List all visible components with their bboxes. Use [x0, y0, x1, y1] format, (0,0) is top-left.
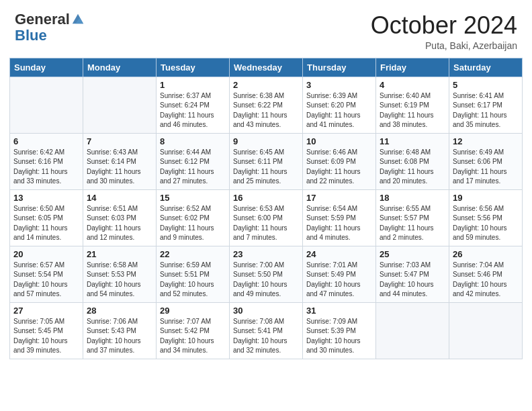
calendar-cell: 4Sunrise: 6:40 AMSunset: 6:19 PMDaylight…: [376, 77, 449, 133]
calendar-cell: 23Sunrise: 7:00 AMSunset: 5:50 PMDayligh…: [230, 246, 303, 302]
col-header-friday: Friday: [376, 58, 449, 77]
calendar-cell: 15Sunrise: 6:52 AMSunset: 6:02 PMDayligh…: [157, 189, 230, 246]
day-detail: Sunrise: 6:40 AMSunset: 6:19 PMDaylight:…: [380, 91, 445, 130]
day-detail: Sunrise: 6:52 AMSunset: 6:02 PMDaylight:…: [160, 204, 226, 243]
day-detail: Sunrise: 6:57 AMSunset: 5:54 PMDaylight:…: [13, 261, 79, 300]
day-detail: Sunrise: 7:07 AMSunset: 5:42 PMDaylight:…: [160, 317, 226, 356]
week-row-3: 20Sunrise: 6:57 AMSunset: 5:54 PMDayligh…: [10, 246, 523, 302]
calendar-cell: 9Sunrise: 6:45 AMSunset: 6:11 PMDaylight…: [230, 133, 303, 189]
calendar-cell: 11Sunrise: 6:48 AMSunset: 6:08 PMDayligh…: [376, 133, 449, 189]
day-number: 7: [87, 136, 152, 146]
day-detail: Sunrise: 6:56 AMSunset: 5:56 PMDaylight:…: [453, 204, 519, 243]
day-detail: Sunrise: 6:54 AMSunset: 5:59 PMDaylight:…: [306, 204, 372, 243]
calendar-cell: 28Sunrise: 7:06 AMSunset: 5:43 PMDayligh…: [83, 302, 157, 359]
day-number: 8: [160, 136, 226, 146]
calendar-cell: 14Sunrise: 6:51 AMSunset: 6:03 PMDayligh…: [83, 189, 157, 246]
day-detail: Sunrise: 6:43 AMSunset: 6:14 PMDaylight:…: [87, 148, 152, 187]
col-header-wednesday: Wednesday: [230, 58, 303, 77]
calendar-cell: 26Sunrise: 7:04 AMSunset: 5:46 PMDayligh…: [449, 246, 523, 302]
calendar-cell: 2Sunrise: 6:38 AMSunset: 6:22 PMDaylight…: [230, 77, 303, 133]
calendar-cell: 21Sunrise: 6:58 AMSunset: 5:53 PMDayligh…: [83, 246, 157, 302]
calendar-cell: [449, 302, 523, 359]
day-number: 16: [233, 193, 299, 203]
day-detail: Sunrise: 6:53 AMSunset: 6:00 PMDaylight:…: [233, 204, 299, 243]
day-number: 28: [87, 306, 152, 316]
calendar-cell: 22Sunrise: 6:59 AMSunset: 5:51 PMDayligh…: [157, 246, 230, 302]
header-row: SundayMondayTuesdayWednesdayThursdayFrid…: [10, 58, 523, 77]
day-detail: Sunrise: 7:06 AMSunset: 5:43 PMDaylight:…: [87, 317, 152, 356]
calendar-cell: 3Sunrise: 6:39 AMSunset: 6:20 PMDaylight…: [303, 77, 376, 133]
day-detail: Sunrise: 7:05 AMSunset: 5:45 PMDaylight:…: [13, 317, 79, 356]
col-header-thursday: Thursday: [303, 58, 376, 77]
week-row-4: 27Sunrise: 7:05 AMSunset: 5:45 PMDayligh…: [10, 302, 523, 359]
calendar-cell: 18Sunrise: 6:55 AMSunset: 5:57 PMDayligh…: [376, 189, 449, 246]
day-number: 1: [160, 80, 226, 90]
day-number: 11: [380, 136, 445, 146]
day-detail: Sunrise: 7:03 AMSunset: 5:47 PMDaylight:…: [380, 261, 445, 300]
day-detail: Sunrise: 7:08 AMSunset: 5:41 PMDaylight:…: [233, 317, 299, 356]
col-header-monday: Monday: [83, 58, 157, 77]
col-header-saturday: Saturday: [449, 58, 523, 77]
calendar-cell: 7Sunrise: 6:43 AMSunset: 6:14 PMDaylight…: [83, 133, 157, 189]
day-detail: Sunrise: 6:58 AMSunset: 5:53 PMDaylight:…: [87, 261, 152, 300]
calendar-cell: 6Sunrise: 6:42 AMSunset: 6:16 PMDaylight…: [10, 133, 83, 189]
day-detail: Sunrise: 6:46 AMSunset: 6:09 PMDaylight:…: [306, 148, 372, 187]
day-number: 29: [160, 306, 226, 316]
calendar-cell: 13Sunrise: 6:50 AMSunset: 6:05 PMDayligh…: [10, 189, 83, 246]
day-number: 9: [233, 136, 299, 146]
day-number: 30: [233, 306, 299, 316]
title-block: October 2024 Puta, Baki, Azerbaijan: [371, 12, 517, 51]
day-detail: Sunrise: 6:38 AMSunset: 6:22 PMDaylight:…: [233, 91, 299, 130]
calendar-cell: [376, 302, 449, 359]
col-header-tuesday: Tuesday: [157, 58, 230, 77]
calendar-cell: 20Sunrise: 6:57 AMSunset: 5:54 PMDayligh…: [10, 246, 83, 302]
logo-text: General: [15, 12, 85, 27]
day-detail: Sunrise: 7:00 AMSunset: 5:50 PMDaylight:…: [233, 261, 299, 300]
day-detail: Sunrise: 6:42 AMSunset: 6:16 PMDaylight:…: [13, 148, 79, 187]
day-number: 31: [306, 306, 372, 316]
logo-icon: [71, 12, 85, 27]
day-number: 14: [87, 193, 152, 203]
day-number: 2: [233, 80, 299, 90]
day-number: 22: [160, 249, 226, 259]
calendar-cell: 30Sunrise: 7:08 AMSunset: 5:41 PMDayligh…: [230, 302, 303, 359]
day-detail: Sunrise: 7:09 AMSunset: 5:39 PMDaylight:…: [306, 317, 372, 356]
day-number: 23: [233, 249, 299, 259]
week-row-0: 1Sunrise: 6:37 AMSunset: 6:24 PMDaylight…: [10, 77, 523, 133]
subtitle: Puta, Baki, Azerbaijan: [371, 40, 517, 51]
calendar-cell: [10, 77, 83, 133]
day-detail: Sunrise: 6:44 AMSunset: 6:12 PMDaylight:…: [160, 148, 226, 187]
header: General Blue October 2024 Puta, Baki, Az…: [0, 0, 532, 58]
calendar-wrapper: SundayMondayTuesdayWednesdayThursdayFrid…: [0, 58, 532, 369]
day-detail: Sunrise: 6:48 AMSunset: 6:08 PMDaylight:…: [380, 148, 445, 187]
calendar-cell: 27Sunrise: 7:05 AMSunset: 5:45 PMDayligh…: [10, 302, 83, 359]
day-detail: Sunrise: 6:41 AMSunset: 6:17 PMDaylight:…: [453, 91, 519, 130]
calendar-cell: 19Sunrise: 6:56 AMSunset: 5:56 PMDayligh…: [449, 189, 523, 246]
calendar-cell: 31Sunrise: 7:09 AMSunset: 5:39 PMDayligh…: [303, 302, 376, 359]
day-number: 17: [306, 193, 372, 203]
calendar-cell: 16Sunrise: 6:53 AMSunset: 6:00 PMDayligh…: [230, 189, 303, 246]
day-number: 26: [453, 249, 519, 259]
calendar-cell: 1Sunrise: 6:37 AMSunset: 6:24 PMDaylight…: [157, 77, 230, 133]
page: General Blue October 2024 Puta, Baki, Az…: [0, 0, 532, 411]
calendar-cell: 5Sunrise: 6:41 AMSunset: 6:17 PMDaylight…: [449, 77, 523, 133]
day-number: 13: [13, 193, 79, 203]
calendar-cell: 12Sunrise: 6:49 AMSunset: 6:06 PMDayligh…: [449, 133, 523, 189]
day-number: 4: [380, 80, 445, 90]
day-number: 20: [13, 249, 79, 259]
calendar-cell: 8Sunrise: 6:44 AMSunset: 6:12 PMDaylight…: [157, 133, 230, 189]
day-detail: Sunrise: 6:50 AMSunset: 6:05 PMDaylight:…: [13, 204, 79, 243]
calendar-cell: 29Sunrise: 7:07 AMSunset: 5:42 PMDayligh…: [157, 302, 230, 359]
day-number: 3: [306, 80, 372, 90]
day-detail: Sunrise: 6:49 AMSunset: 6:06 PMDaylight:…: [453, 148, 519, 187]
day-number: 24: [306, 249, 372, 259]
calendar-cell: 25Sunrise: 7:03 AMSunset: 5:47 PMDayligh…: [376, 246, 449, 302]
day-number: 10: [306, 136, 372, 146]
day-number: 15: [160, 193, 226, 203]
day-detail: Sunrise: 7:01 AMSunset: 5:49 PMDaylight:…: [306, 261, 372, 300]
day-number: 21: [87, 249, 152, 259]
day-detail: Sunrise: 7:04 AMSunset: 5:46 PMDaylight:…: [453, 261, 519, 300]
day-number: 27: [13, 306, 79, 316]
day-detail: Sunrise: 6:51 AMSunset: 6:03 PMDaylight:…: [87, 204, 152, 243]
calendar-cell: 17Sunrise: 6:54 AMSunset: 5:59 PMDayligh…: [303, 189, 376, 246]
